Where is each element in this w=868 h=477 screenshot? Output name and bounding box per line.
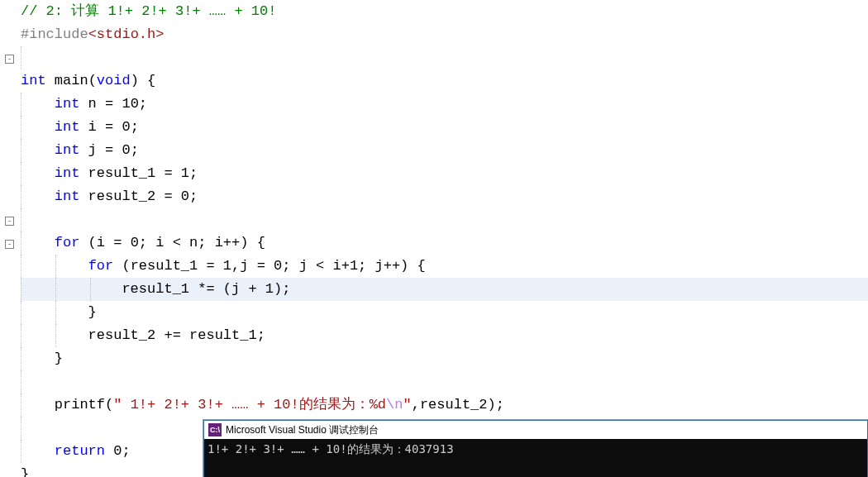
code-line: #include<stdio.h>	[21, 23, 868, 46]
preprocessor: #include	[21, 26, 88, 42]
fold-minus-icon[interactable]: -	[5, 217, 14, 226]
function-name: main	[46, 73, 88, 88]
keyword: for	[88, 258, 114, 274]
string-literal: " 1!+ 2!+ 3!+ …… + 10!的结果为：%d	[113, 397, 386, 413]
code-line	[21, 370, 868, 394]
console-titlebar[interactable]: C:\ Microsoft Visual Studio 调试控制台	[204, 421, 867, 439]
code-line: printf(" 1!+ 2!+ 3!+ …… + 10!的结果为：%d\n",…	[21, 394, 868, 417]
escape-sequence: \n	[386, 397, 403, 413]
fold-gutter: - - -	[0, 0, 18, 477]
header-bracket: <	[88, 26, 97, 42]
keyword: return	[55, 443, 105, 459]
code-line: for (i = 0; i < n; i++) {	[21, 231, 868, 255]
code-line: int j = 0;	[21, 139, 868, 162]
code-line: int result_1 = 1;	[21, 162, 868, 185]
code-line: int result_2 = 0;	[21, 185, 868, 208]
keyword: int	[21, 73, 46, 88]
function-call: printf	[55, 397, 105, 413]
code-line: }	[21, 301, 868, 324]
keyword: void	[97, 73, 131, 88]
console-title: Microsoft Visual Studio 调试控制台	[226, 418, 379, 441]
comment-text: // 2: 计算 1!+ 2!+ 3!+ …… + 10!	[21, 3, 276, 19]
code-line: int main(void) {	[21, 69, 868, 93]
code-area[interactable]: // 2: 计算 1!+ 2!+ 3!+ …… + 10! #include<s…	[21, 0, 868, 477]
code-line: int n = 10;	[21, 93, 868, 116]
fold-minus-icon[interactable]: -	[5, 240, 14, 249]
header-name: stdio.h	[97, 26, 155, 42]
keyword: for	[55, 235, 80, 250]
code-line	[21, 208, 868, 231]
code-line: }	[21, 347, 868, 370]
vs-console-icon: C:\	[208, 423, 222, 436]
code-editor[interactable]: - - - // 2: 计算 1!+ 2!+ 3!+ …… + 10! #inc…	[0, 0, 868, 477]
code-line	[21, 46, 868, 69]
code-line-current: result_1 *= (j + 1);	[21, 278, 868, 301]
code-line: int i = 0;	[21, 116, 868, 139]
code-line: for (result_1 = 1,j = 0; j < i+1; j++) {	[21, 255, 868, 278]
fold-minus-icon[interactable]: -	[5, 55, 14, 64]
header-bracket: >	[155, 26, 164, 42]
console-output[interactable]: 1!+ 2!+ 3!+ …… + 10!的结果为：4037913	[204, 439, 867, 477]
code-line: result_2 += result_1;	[21, 324, 868, 347]
code-line: // 2: 计算 1!+ 2!+ 3!+ …… + 10!	[21, 0, 868, 23]
debug-console-window[interactable]: C:\ Microsoft Visual Studio 调试控制台 1!+ 2!…	[203, 420, 868, 477]
